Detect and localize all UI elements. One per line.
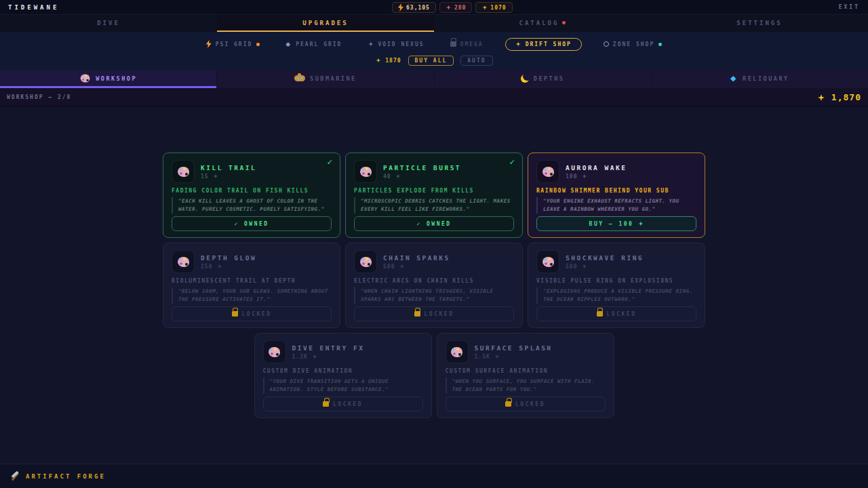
buy-button[interactable]: BUY — 100 xyxy=(536,216,696,231)
shop-tab-psi-grid[interactable]: PSI GRID xyxy=(202,37,264,51)
owned-check-icon: ✓ xyxy=(327,158,333,167)
exit-button[interactable]: EXIT xyxy=(839,4,860,10)
section-tab-submarine[interactable]: SUBMARINE xyxy=(216,70,433,88)
card-icon-box xyxy=(446,340,469,363)
palette-icon xyxy=(178,167,189,177)
shop-tab-pearl-grid[interactable]: ◆PEARL GRID xyxy=(281,38,346,50)
card-icon-box xyxy=(263,340,286,363)
locked-button: LOCKED xyxy=(263,396,423,411)
card-cost: 40 xyxy=(383,174,461,180)
artifact-forge-bar[interactable]: ARTIFACT FORGE xyxy=(0,464,868,488)
card-title: CHAIN SPARKS xyxy=(383,254,450,262)
locked-button: LOCKED xyxy=(354,306,514,321)
owned-button[interactable]: ✓ OWNED xyxy=(354,216,514,231)
upgrade-card-particle-burst: ✓ PARTICLE BURST 40 PARTICLES EXPLODE FR… xyxy=(345,152,523,238)
card-header: AURORA WAKE 100 xyxy=(536,160,696,183)
summary-balance: 1,870 xyxy=(817,92,861,102)
main-tab-upgrades[interactable]: UPGRADES xyxy=(217,15,434,32)
main-tab-catalog[interactable]: CATALOG xyxy=(434,15,651,32)
card-tagline: CUSTOM SURFACE ANIMATION xyxy=(446,368,606,374)
star-icon xyxy=(516,42,521,47)
card-header: SHOCKWAVE RING 500 xyxy=(536,250,696,273)
card-title: SHOCKWAVE RING xyxy=(566,254,644,262)
section-tab-depths[interactable]: DEPTHS xyxy=(434,70,651,88)
card-cost: 500 xyxy=(566,264,644,270)
owned-check-icon: ✓ xyxy=(509,158,515,167)
status-dot xyxy=(658,43,662,46)
card-cost: 500 xyxy=(383,264,450,270)
status-dot xyxy=(256,43,260,46)
upgrade-card-surface-splash: ✓ SURFACE SPLASH 1.5K CUSTOM SURFACE ANI… xyxy=(437,333,614,418)
card-title: KILL TRAIL xyxy=(201,164,256,171)
shop-tab-void-nexus[interactable]: VOID NEXUS xyxy=(363,39,428,50)
shop-tab-zone-shop[interactable]: ZONE SHOP xyxy=(599,39,666,50)
lock-icon xyxy=(323,401,329,407)
locked-button: LOCKED xyxy=(446,396,606,411)
card-tagline: PARTICLES EXPLODE FROM KILLS xyxy=(354,188,514,194)
currency-energy-value: 63,105 xyxy=(406,5,430,11)
section-tab-reliquary[interactable]: ◆RELIQUARY xyxy=(651,70,868,88)
star-icon xyxy=(495,354,500,359)
card-quote: "MICROSCOPIC DEBRIS CATCHES THE LIGHT. M… xyxy=(354,197,514,214)
card-title-block: PARTICLE BURST 40 xyxy=(383,164,461,180)
upgrade-card-dive-entry-fx: ✓ DIVE ENTRY FX 1.2K CUSTOM DIVE ANIMATI… xyxy=(254,333,432,418)
shop-tab-omega[interactable]: OMEGA xyxy=(446,39,488,50)
artifact-forge-label: ARTIFACT FORGE xyxy=(26,473,106,480)
card-header: KILL TRAIL 15 xyxy=(172,160,332,183)
star-icon xyxy=(582,174,587,179)
upgrade-card-kill-trail: ✓ KILL TRAIL 15 FADING COLOR TRAIL ON FI… xyxy=(163,152,340,238)
lock-icon xyxy=(232,311,238,317)
currency-gold-stars: 1070 xyxy=(475,2,512,13)
card-header: CHAIN SPARKS 500 xyxy=(354,250,514,273)
card-quote: "EACH KILL LEAVES A GHOST OF COLOR IN TH… xyxy=(172,197,332,214)
card-quote: "EXPLOSIONS PRODUCE A VISIBLE PRESSURE R… xyxy=(536,287,696,304)
card-quote: "WHEN YOU SURFACE, YOU SURFACE WITH FLAI… xyxy=(446,378,606,394)
upgrades-content: ✓ KILL TRAIL 15 FADING COLOR TRAIL ON FI… xyxy=(0,107,868,470)
section-tab-workshop[interactable]: WORKSHOP xyxy=(0,70,216,88)
diamond-icon: ◆ xyxy=(285,41,292,47)
card-title: SURFACE SPLASH xyxy=(475,344,553,352)
currency-gold-value: 1070 xyxy=(490,5,506,11)
section-nav: WORKSHOPSUBMARINEDEPTHS◆RELIQUARY xyxy=(0,70,868,88)
card-title-block: SURFACE SPLASH 1.5K xyxy=(475,344,553,360)
palette-icon xyxy=(542,257,554,267)
star-icon xyxy=(582,264,587,269)
card-tagline: VISIBLE PULSE RING ON EXPLOSIONS xyxy=(536,278,696,284)
shop-strip: PSI GRID◆PEARL GRIDVOID NEXUSOMEGADRIFT … xyxy=(0,32,868,70)
main-nav: DIVEUPGRADESCATALOGSETTINGS xyxy=(0,15,868,32)
card-title-block: KILL TRAIL 15 xyxy=(201,164,256,180)
buy-row: 1870 BUY ALL AUTO xyxy=(0,56,868,65)
star-icon xyxy=(395,174,400,179)
star-icon xyxy=(217,264,222,269)
card-header: PARTICLE BURST 40 xyxy=(354,160,514,183)
card-tagline: CUSTOM DIVE ANIMATION xyxy=(263,368,423,374)
upgrade-card-chain-sparks: ✓ CHAIN SPARKS 500 ELECTRIC ARCS ON CHAI… xyxy=(345,243,523,328)
upgrade-card-shockwave-ring: ✓ SHOCKWAVE RING 500 VISIBLE PULSE RING … xyxy=(528,243,705,328)
star-icon xyxy=(399,264,404,269)
buy-all-button[interactable]: BUY ALL xyxy=(408,56,454,66)
card-title: PARTICLE BURST xyxy=(383,164,461,171)
shop-tab-drift-shop[interactable]: DRIFT SHOP xyxy=(505,38,582,51)
auto-button[interactable]: AUTO xyxy=(460,56,492,66)
ring-icon xyxy=(604,41,609,47)
moon-icon xyxy=(521,75,529,83)
locked-button: LOCKED xyxy=(172,306,332,321)
card-title-block: SHOCKWAVE RING 500 xyxy=(566,254,644,270)
card-tagline: RAINBOW SHIMMER BEHIND YOUR SUB xyxy=(536,188,696,194)
lock-icon xyxy=(597,311,603,317)
palette-icon xyxy=(178,257,189,267)
upgrade-card-aurora-wake[interactable]: ✓ AURORA WAKE 100 RAINBOW SHIMMER BEHIND… xyxy=(528,152,705,238)
card-icon-box xyxy=(536,250,559,273)
palette-icon xyxy=(81,75,90,83)
star-icon xyxy=(638,222,643,226)
game-title: TIDEWANE xyxy=(8,4,59,11)
star-icon xyxy=(213,174,218,179)
star-icon xyxy=(446,5,451,10)
main-tab-dive[interactable]: DIVE xyxy=(0,15,217,32)
main-tab-settings[interactable]: SETTINGS xyxy=(651,15,868,32)
lock-icon xyxy=(505,401,511,407)
owned-button[interactable]: ✓ OWNED xyxy=(172,216,332,231)
star-icon xyxy=(482,5,487,10)
submarine-icon xyxy=(294,75,305,81)
card-icon-box xyxy=(354,250,377,273)
